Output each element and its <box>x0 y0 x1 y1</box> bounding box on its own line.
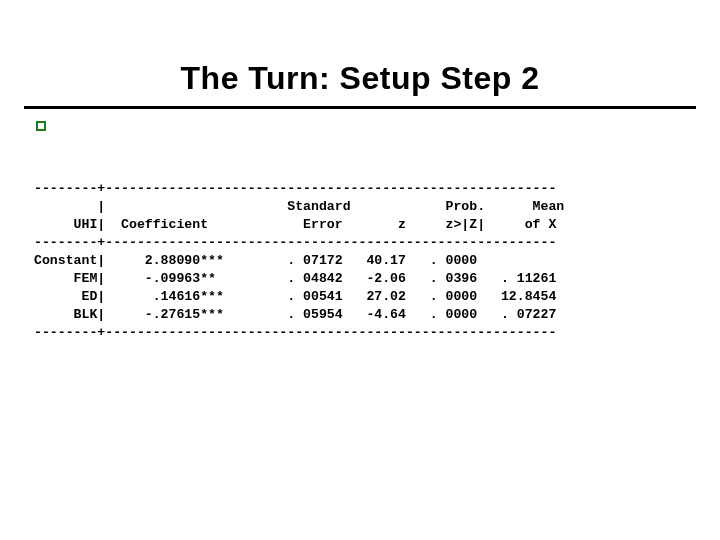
row-blk: BLK| -.27615*** . 05954 -4.64 . 0000 . 0… <box>34 307 556 322</box>
rule-mid: --------+-------------------------------… <box>34 235 556 250</box>
title-underline <box>24 106 696 109</box>
slide: The Turn: Setup Step 2 --------+--------… <box>0 0 720 540</box>
bullet-square-icon <box>36 121 46 131</box>
rule-bot: --------+-------------------------------… <box>34 325 556 340</box>
rule-top: --------+-------------------------------… <box>34 181 556 196</box>
row-ed: ED| .14616*** . 00541 27.02 . 0000 12.84… <box>34 289 556 304</box>
regression-output: --------+-------------------------------… <box>34 180 564 342</box>
row-constant: Constant| 2.88090*** . 07172 40.17 . 000… <box>34 253 556 268</box>
header-line-1: | Standard Prob. Mean <box>34 199 564 214</box>
header-line-2: UHI| Coefficient Error z z>|Z| of X <box>34 217 556 232</box>
row-fem: FEM| -.09963** . 04842 -2.06 . 0396 . 11… <box>34 271 556 286</box>
slide-title: The Turn: Setup Step 2 <box>181 60 540 96</box>
title-container: The Turn: Setup Step 2 <box>0 60 720 97</box>
